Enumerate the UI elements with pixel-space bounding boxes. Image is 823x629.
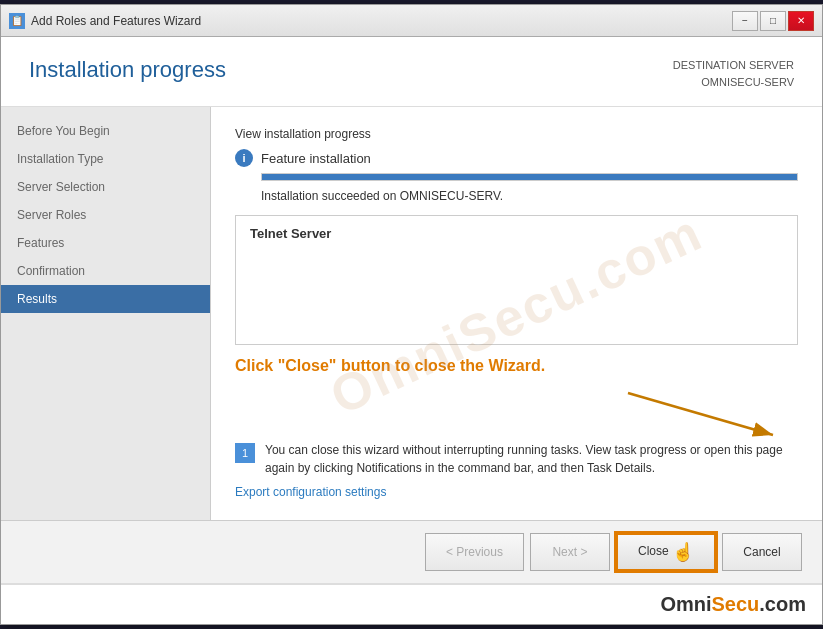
page-header: Installation progress DESTINATION SERVER… xyxy=(1,37,822,107)
minimize-button[interactable]: − xyxy=(732,11,758,31)
sidebar-item-installation-type[interactable]: Installation Type xyxy=(1,145,210,173)
click-hint: Click "Close" button to close the Wizard… xyxy=(235,357,798,375)
window-icon: 📋 xyxy=(9,13,25,29)
brand-secu: Secu xyxy=(712,593,760,615)
body-area: Before You Begin Installation Type Serve… xyxy=(1,107,822,520)
next-button[interactable]: Next > xyxy=(530,533,610,571)
sidebar: Before You Begin Installation Type Serve… xyxy=(1,107,211,520)
sidebar-item-before-you-begin[interactable]: Before You Begin xyxy=(1,117,210,145)
sidebar-item-features[interactable]: Features xyxy=(1,229,210,257)
install-success-text: Installation succeeded on OMNISECU-SERV. xyxy=(261,189,798,203)
footer-buttons: < Previous Next > Close ☝ Cancel xyxy=(1,520,822,583)
bottom-brand: OmniSecu.com xyxy=(1,583,822,624)
previous-button[interactable]: < Previous xyxy=(425,533,524,571)
destination-label: DESTINATION SERVER xyxy=(673,57,794,74)
view-progress-label: View installation progress xyxy=(235,127,798,141)
sidebar-item-results[interactable]: Results xyxy=(1,285,210,313)
features-box-title: Telnet Server xyxy=(250,226,783,241)
wizard-window: 📋 Add Roles and Features Wizard − □ ✕ In… xyxy=(0,4,823,625)
notification-row: 1 You can close this wizard without inte… xyxy=(235,441,798,477)
window-title: Add Roles and Features Wizard xyxy=(31,14,201,28)
content-area: OmniSecu.com View installation progress … xyxy=(211,107,822,520)
notification-text: You can close this wizard without interr… xyxy=(265,441,798,477)
sidebar-item-confirmation[interactable]: Confirmation xyxy=(1,257,210,285)
page-title: Installation progress xyxy=(29,57,226,83)
features-box: Telnet Server xyxy=(235,215,798,345)
arrow-indicator xyxy=(598,383,798,443)
notification-badge: 1 xyxy=(235,443,255,463)
feature-install-row: i Feature installation xyxy=(235,149,798,167)
main-content: Installation progress DESTINATION SERVER… xyxy=(1,37,822,583)
sidebar-item-server-roles[interactable]: Server Roles xyxy=(1,201,210,229)
feature-install-text: Feature installation xyxy=(261,151,371,166)
brand-com: .com xyxy=(759,593,806,615)
cursor-icon: ☝ xyxy=(672,541,694,563)
destination-server-name: OMNISECU-SERV xyxy=(673,74,794,91)
cancel-button[interactable]: Cancel xyxy=(722,533,802,571)
progress-bar-fill xyxy=(262,174,797,180)
title-bar-left: 📋 Add Roles and Features Wizard xyxy=(9,13,201,29)
progress-bar-container xyxy=(261,173,798,181)
info-icon: i xyxy=(235,149,253,167)
export-link[interactable]: Export configuration settings xyxy=(235,485,386,499)
arrow-area xyxy=(235,383,798,443)
maximize-button[interactable]: □ xyxy=(760,11,786,31)
svg-line-1 xyxy=(628,393,773,435)
title-bar: 📋 Add Roles and Features Wizard − □ ✕ xyxy=(1,5,822,37)
titlebar-close-button[interactable]: ✕ xyxy=(788,11,814,31)
destination-server: DESTINATION SERVER OMNISECU-SERV xyxy=(673,57,794,90)
title-bar-buttons: − □ ✕ xyxy=(732,11,814,31)
brand-omni: Omni xyxy=(660,593,711,615)
close-button[interactable]: Close ☝ xyxy=(616,533,716,571)
sidebar-item-server-selection[interactable]: Server Selection xyxy=(1,173,210,201)
